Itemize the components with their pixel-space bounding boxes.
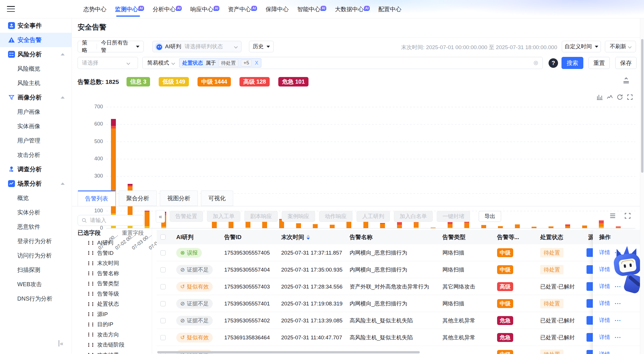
reset-fields-button[interactable]: 重置字段	[122, 229, 144, 237]
condition-input[interactable]: 简易模式 处置状态 属于 待处置 +5 X ⊗	[142, 57, 543, 69]
drag-handle-icon[interactable]: ⋮⋮	[86, 281, 94, 287]
drag-handle-icon[interactable]: ⋮⋮	[86, 332, 94, 338]
field-search-input[interactable]	[89, 217, 133, 224]
bar-chart-icon[interactable]	[596, 94, 603, 101]
drag-handle-icon[interactable]: ⋮⋮	[86, 322, 94, 328]
field-item-AI研判[interactable]: ⋮⋮AI研判	[86, 239, 113, 247]
drag-handle-icon[interactable]: ⋮⋮	[86, 260, 94, 266]
field-item-攻击方向[interactable]: ⋮⋮攻击方向	[86, 331, 119, 338]
detail-link[interactable]: 详情	[599, 351, 610, 354]
sidebar-item-风险主机[interactable]: 风险主机	[0, 76, 72, 90]
nav-item-4[interactable]: 响应中心AI	[190, 5, 219, 13]
nav-item-5[interactable]: 资产中心AI	[228, 5, 257, 13]
more-actions-icon[interactable]: ···	[615, 334, 621, 341]
detail-link[interactable]: 详情	[599, 300, 610, 307]
refresh-mode-select[interactable]: 不刷新	[605, 41, 636, 52]
horizontal-scrollbar-thumb[interactable]	[157, 351, 420, 353]
table-fullscreen-icon[interactable]	[624, 212, 631, 220]
detail-link[interactable]: 详情	[599, 249, 610, 256]
sidebar-item-用户管理[interactable]: 用户管理	[0, 133, 72, 148]
column-settings-icon[interactable]	[609, 212, 616, 220]
sidebar-item-用户画像[interactable]: 用户画像	[0, 105, 72, 119]
table-row[interactable]: ⊘证据不足1753953055574022025-07-31 17:13:39.…	[157, 312, 640, 329]
sidebar-item-攻击分析[interactable]: 攻击分析	[0, 148, 72, 162]
detail-link[interactable]: 详情	[599, 317, 610, 324]
mode-select-label[interactable]: 简易模式	[147, 59, 169, 67]
field-item-处置状态[interactable]: ⋮⋮处置状态	[86, 300, 119, 308]
collapse-panel-button[interactable]: «	[156, 210, 165, 223]
line-chart-icon[interactable]	[606, 94, 613, 101]
nav-item-1[interactable]: 态势中心	[83, 5, 106, 13]
more-actions-icon[interactable]: ···	[615, 351, 621, 354]
tab-视图分析[interactable]: 视图分析	[160, 191, 198, 206]
table-row[interactable]: ⊘证据不足1753953055574012025-07-31 17:19:08.…	[157, 295, 640, 312]
sidebar-item-访问行为分析[interactable]: 访问行为分析	[0, 248, 72, 263]
sidebar-item-风险分析[interactable]: 风险分析	[0, 47, 72, 61]
sidebar-item-安全告警[interactable]: 安全告警	[0, 33, 72, 47]
sidebar-item-登录行为分析[interactable]: 登录行为分析	[0, 234, 72, 248]
field-item-告警ID[interactable]: ⋮⋮告警ID	[86, 249, 114, 257]
field-item-告警名称[interactable]: ⋮⋮告警名称	[86, 270, 119, 277]
sidebar-item-安全事件[interactable]: 安全事件	[0, 18, 72, 33]
condition-tag[interactable]: 处置状态 属于 待处置 +5 X	[179, 58, 261, 68]
help-icon[interactable]: ?	[549, 58, 558, 68]
nav-item-6[interactable]: 保障中心	[266, 5, 289, 13]
sidebar-item-DNS行为分析[interactable]: DNS行为分析	[0, 291, 72, 306]
nav-item-9[interactable]: 配置中心	[378, 5, 401, 13]
nav-item-2[interactable]: 监测中心AI	[115, 5, 144, 13]
fullscreen-icon[interactable]	[626, 94, 633, 101]
sidebar-item-场景分析[interactable]: 场景分析	[0, 176, 72, 191]
checkbox-icon[interactable]	[160, 267, 166, 272]
sidebar-item-恶意软件[interactable]: 恶意软件	[0, 220, 72, 234]
field-item-攻击链阶段[interactable]: ⋮⋮攻击链阶段	[86, 341, 124, 349]
field-item-攻击结果[interactable]: ⋮⋮攻击结果	[86, 351, 119, 354]
drag-handle-icon[interactable]: ⋮⋮	[86, 342, 94, 348]
policy-select[interactable]: 策略 今日所有告警	[78, 41, 144, 52]
drag-handle-icon[interactable]: ⋮⋮	[86, 301, 94, 307]
detail-link[interactable]: 详情	[599, 266, 610, 273]
detail-link[interactable]: 详情	[599, 334, 610, 341]
tab-告警列表[interactable]: 告警列表	[78, 191, 116, 206]
toolbar-button-导出[interactable]: 导出	[479, 211, 501, 222]
detail-link[interactable]: 详情	[599, 283, 610, 290]
field-item-告警等级[interactable]: ⋮⋮告警等级	[86, 290, 119, 298]
sidebar-item-概览[interactable]: 概览	[0, 191, 72, 205]
clear-input-icon[interactable]: ⊗	[533, 59, 538, 67]
more-actions-icon[interactable]: ···	[615, 317, 621, 324]
sort-desc-icon[interactable]	[306, 238, 310, 240]
field-item-告警类型[interactable]: ⋮⋮告警类型	[86, 280, 119, 287]
table-row[interactable]: ↺疑似有效1753691358364642025-07-31 11:40:47.…	[157, 329, 640, 346]
drag-handle-icon[interactable]: ⋮⋮	[86, 291, 94, 297]
sort-control[interactable]	[306, 235, 310, 240]
tab-可视化[interactable]: 可视化	[201, 191, 233, 206]
floating-assistant-mascot[interactable]	[612, 246, 644, 298]
table-row[interactable]: ↺疑似有效1753953055574032025-07-31 17:28:34.…	[157, 278, 640, 295]
sort-asc-icon[interactable]	[306, 235, 310, 237]
sidebar-item-WEB攻击[interactable]: WEB攻击	[0, 277, 72, 291]
more-actions-icon[interactable]: ···	[615, 300, 621, 307]
drag-handle-icon[interactable]: ⋮⋮	[86, 311, 94, 317]
history-dropdown-button[interactable]: 历史	[249, 41, 274, 52]
sidebar-item-画像分析[interactable]: 画像分析	[0, 90, 72, 105]
drag-handle-icon[interactable]: ⋮⋮	[86, 270, 94, 276]
table-row[interactable]: ⊘证据不足1753953055574042025-07-31 17:35:00.…	[157, 261, 640, 278]
checkbox-icon[interactable]	[160, 335, 166, 340]
save-button[interactable]: 保存	[615, 57, 637, 69]
menu-icon[interactable]	[7, 6, 15, 12]
tab-聚合分析[interactable]: 聚合分析	[119, 191, 157, 206]
checkbox-icon[interactable]	[160, 301, 166, 306]
field-select[interactable]: 请选择	[78, 57, 138, 69]
drag-handle-icon[interactable]: ⋮⋮	[86, 250, 94, 256]
condition-close-icon[interactable]: X	[255, 60, 258, 66]
nav-item-3[interactable]: 分析中心AI	[153, 5, 182, 13]
search-button[interactable]: 搜索	[561, 57, 583, 69]
refresh-icon[interactable]	[616, 94, 623, 101]
drag-handle-icon[interactable]: ⋮⋮	[86, 352, 94, 354]
sidebar-item-实体画像[interactable]: 实体画像	[0, 119, 72, 133]
reset-button[interactable]: 重置	[589, 57, 610, 69]
checkbox-icon[interactable]	[160, 318, 166, 323]
sidebar-item-风险概览[interactable]: 风险概览	[0, 61, 72, 76]
field-item-目的IP[interactable]: ⋮⋮目的IP	[86, 321, 113, 328]
field-item-末次时间[interactable]: ⋮⋮末次时间	[86, 259, 119, 267]
ai-verdict-select[interactable]: AI研判 请选择研判状态	[152, 41, 241, 52]
